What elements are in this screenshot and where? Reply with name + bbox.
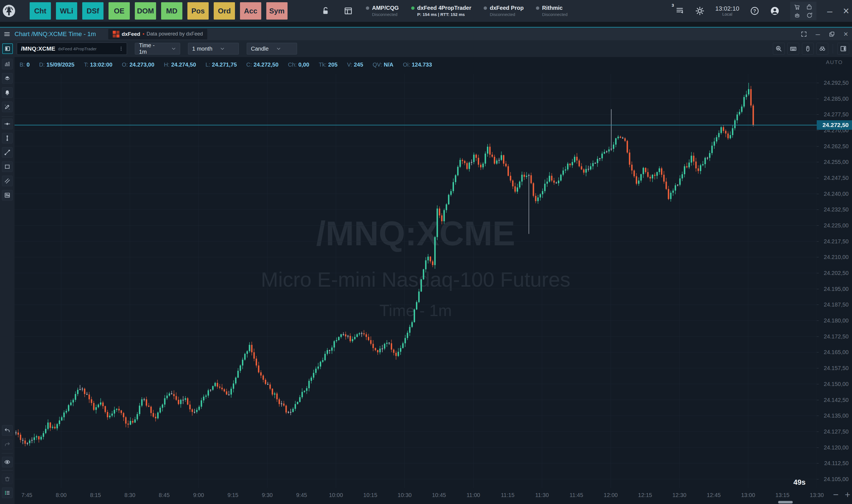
module-button-sym[interactable]: Sym bbox=[266, 2, 288, 20]
badge-dot: • bbox=[142, 31, 144, 37]
module-button-md[interactable]: MD bbox=[161, 2, 182, 20]
connection-amp-cqg[interactable]: AMP/CQGDisconnected bbox=[366, 5, 399, 17]
sidebar-tool-list-settings[interactable] bbox=[2, 190, 13, 200]
module-button-wli[interactable]: WLi bbox=[56, 2, 77, 20]
cart-icon[interactable] bbox=[794, 3, 801, 11]
module-buttons: ChtWLiDSfOEDOMMDPosOrdAccSym bbox=[30, 2, 288, 20]
price-axis[interactable]: AUTO 24.292,5024.285,0024.277,5024.270,0… bbox=[817, 57, 852, 488]
sidebar-tool-bell[interactable] bbox=[2, 87, 13, 98]
price-tick: 24.150,00 bbox=[824, 381, 849, 387]
sidebar-tool-layers[interactable] bbox=[2, 73, 13, 84]
pencil-icon bbox=[4, 104, 11, 110]
module-button-dom[interactable]: DOM bbox=[135, 2, 156, 20]
price-axis-auto-label[interactable]: AUTO bbox=[817, 59, 852, 66]
time-tick: 8:30 bbox=[125, 492, 135, 499]
module-button-cht[interactable]: Cht bbox=[30, 2, 51, 20]
ohlc-bar: B:0D:15/09/2025T:13:02:00O:24.273,00H:24… bbox=[20, 57, 432, 72]
analyze-search-button[interactable] bbox=[773, 43, 784, 55]
binoculars-icon bbox=[819, 45, 826, 52]
connection-name: dxFeed 4PropTrader bbox=[417, 5, 471, 11]
bar-countdown: 49s bbox=[794, 478, 805, 487]
panel-right-button[interactable] bbox=[837, 43, 849, 55]
chevron-down-icon bbox=[276, 46, 282, 52]
app-minimize-button[interactable]: – bbox=[827, 6, 832, 16]
time-tick: 12:45 bbox=[707, 492, 721, 499]
window-expand-icon[interactable] bbox=[800, 31, 807, 37]
time-tick: 9:00 bbox=[193, 492, 204, 499]
price-tick: 24.247,50 bbox=[824, 175, 849, 181]
refresh-icon[interactable] bbox=[805, 12, 813, 19]
time-tick: 10:15 bbox=[363, 492, 377, 499]
price-tick-mark bbox=[817, 273, 819, 273]
window-restore-icon[interactable] bbox=[829, 31, 835, 37]
module-button-oe[interactable]: OE bbox=[109, 2, 130, 20]
symbol-input[interactable]: /MNQ:XCME dxFeed 4PropTrader bbox=[17, 42, 127, 55]
sidebar-tool-trendline-tool[interactable] bbox=[2, 147, 13, 158]
app-close-button[interactable]: × bbox=[843, 5, 849, 16]
zoom-in-button[interactable]: + bbox=[845, 490, 850, 499]
sidebar-tool-trash bbox=[2, 473, 13, 484]
help-icon[interactable]: ? bbox=[750, 6, 759, 16]
zoom-out-button[interactable]: − bbox=[833, 490, 838, 499]
ohlc-field-b: B:0 bbox=[20, 61, 30, 68]
connection-rithmic[interactable]: RithmicDisconnected bbox=[536, 5, 567, 17]
sidebar-tool-eye[interactable] bbox=[2, 457, 13, 467]
ohlc-field-o: O:24.273,00 bbox=[122, 61, 155, 68]
sidebar-tool-pencil[interactable] bbox=[2, 102, 13, 112]
sidebar-tool-channel-tool[interactable] bbox=[2, 176, 13, 186]
chart-toolbar: /MNQ:XCME dxFeed 4PropTrader Time - 1m1 … bbox=[0, 40, 852, 57]
price-tick: 24.217,50 bbox=[824, 238, 849, 245]
badge-text: Data powered by dxFeed bbox=[147, 31, 203, 37]
connection-name: dxFeed Prop bbox=[490, 5, 524, 11]
time-axis[interactable]: 7:458:008:158:308:459:009:159:309:4510:0… bbox=[15, 488, 852, 504]
price-tick-mark bbox=[817, 479, 819, 480]
ohlc-field-tk: Tk:205 bbox=[319, 61, 338, 68]
keyboard-button[interactable] bbox=[787, 43, 799, 55]
timeframe-select[interactable]: Time - 1m bbox=[135, 43, 180, 55]
price-tick-mark bbox=[817, 337, 819, 337]
module-button-acc[interactable]: Acc bbox=[240, 2, 261, 20]
module-button-ord[interactable]: Ord bbox=[214, 2, 235, 20]
sidebar-tool-chart-bars[interactable] bbox=[2, 59, 13, 69]
app-toolbar: ChtWLiDSfOEDOMMDPosOrdAccSym AMP/CQGDisc… bbox=[0, 0, 852, 22]
lock-open-icon[interactable] bbox=[321, 6, 331, 16]
time-tick: 9:15 bbox=[228, 492, 238, 499]
bell-icon bbox=[4, 89, 11, 96]
kebab-menu-icon[interactable] bbox=[118, 46, 124, 52]
window-menu-icon[interactable] bbox=[3, 31, 11, 38]
topbar-right-cluster: 3 13:02:10 Local ? – × bbox=[675, 2, 849, 20]
bot-icon[interactable] bbox=[794, 12, 801, 19]
price-tick-mark bbox=[817, 321, 819, 321]
sidebar-tool-vline-tool[interactable] bbox=[2, 133, 13, 143]
panel-toggle-button[interactable] bbox=[2, 43, 13, 54]
workspace-icon[interactable] bbox=[344, 6, 353, 16]
sidebar-tool-rect-tool[interactable] bbox=[2, 161, 13, 172]
chart-type-select[interactable]: Candle bbox=[247, 43, 297, 55]
module-button-dsf[interactable]: DSf bbox=[82, 2, 104, 20]
time-tick: 10:00 bbox=[329, 492, 343, 499]
settings-gear-icon[interactable] bbox=[695, 6, 705, 16]
time-tick: 11:00 bbox=[467, 492, 480, 499]
chart-plot-area[interactable]: /MNQ:XCME Micro E-mini Nasdaq-100 Future… bbox=[15, 57, 817, 488]
sidebar-separator bbox=[2, 470, 13, 470]
chat-button[interactable]: 3 bbox=[675, 5, 685, 16]
price-tick: 24.225,00 bbox=[824, 222, 849, 229]
connection-dxfeed-4proptrader[interactable]: dxFeed 4PropTraderP: 154 ms | RTT: 152 m… bbox=[411, 5, 471, 17]
binoculars-button[interactable] bbox=[816, 43, 828, 55]
bag-icon[interactable] bbox=[805, 3, 813, 11]
module-button-pos[interactable]: Pos bbox=[187, 2, 209, 20]
mouse-button[interactable] bbox=[802, 43, 814, 55]
window-minimize-button[interactable]: – bbox=[816, 30, 820, 38]
sidebar-tool-hline-tool[interactable] bbox=[2, 119, 13, 129]
price-tick-mark bbox=[817, 162, 819, 162]
time-tick: 10:45 bbox=[432, 492, 446, 499]
price-tick-mark bbox=[817, 305, 819, 305]
connection-dxfeed-prop[interactable]: dxFeed PropDisconnected bbox=[484, 5, 524, 17]
sidebar-tool-list-colored[interactable] bbox=[2, 487, 13, 498]
sidebar-tool-undo[interactable] bbox=[2, 425, 13, 436]
range-select[interactable]: 1 month bbox=[188, 43, 239, 55]
candlestick-canvas[interactable] bbox=[15, 57, 817, 488]
scrollbar-thumb[interactable] bbox=[778, 501, 793, 503]
account-avatar[interactable] bbox=[770, 6, 780, 16]
window-close-button[interactable]: × bbox=[844, 30, 848, 38]
